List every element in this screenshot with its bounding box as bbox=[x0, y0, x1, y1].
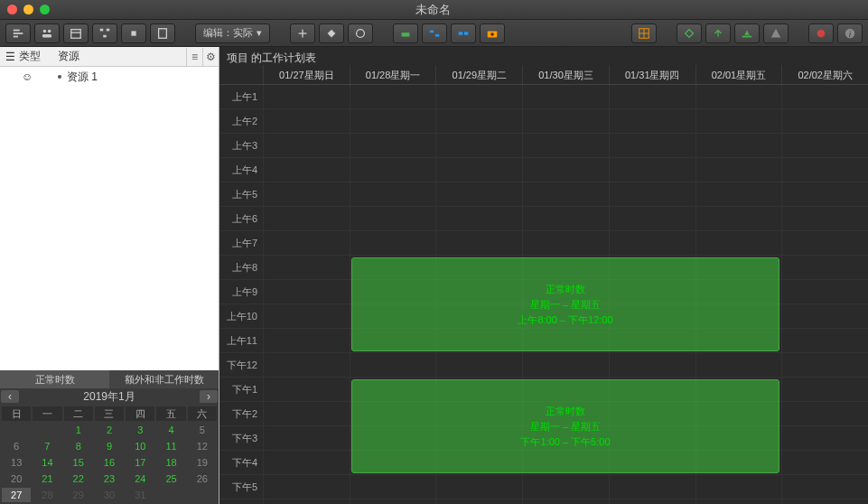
grid-cell[interactable] bbox=[522, 85, 609, 108]
grid-cell[interactable] bbox=[781, 182, 868, 206]
minimize-button[interactable] bbox=[23, 5, 33, 14]
grid-cell[interactable] bbox=[609, 353, 695, 377]
cal-day[interactable]: 23 bbox=[95, 471, 124, 486]
grid-cell[interactable] bbox=[522, 231, 609, 255]
grid-cell[interactable] bbox=[350, 85, 436, 108]
cal-next-button[interactable]: › bbox=[200, 390, 218, 403]
grid-cell[interactable] bbox=[609, 499, 695, 504]
grid-cell[interactable] bbox=[781, 134, 868, 157]
cal-day[interactable]: 28 bbox=[33, 488, 61, 502]
grid-cell[interactable] bbox=[350, 109, 436, 133]
cal-day[interactable]: 9 bbox=[95, 439, 124, 453]
grid-cell[interactable] bbox=[435, 207, 522, 230]
work-block[interactable]: 正常时数星期一 – 星期五下午1:00 – 下午5:00 bbox=[351, 379, 780, 473]
cal-day[interactable]: 3 bbox=[126, 423, 154, 437]
grid-cell[interactable] bbox=[781, 402, 868, 425]
edit-mode-dropdown[interactable]: 编辑：实际 ▾ bbox=[195, 23, 270, 43]
view-calendar-icon[interactable] bbox=[63, 23, 89, 43]
grid-cell[interactable] bbox=[435, 182, 522, 206]
grid-cell[interactable] bbox=[350, 475, 436, 499]
grid-cell[interactable] bbox=[609, 134, 695, 157]
grid-cell[interactable] bbox=[263, 280, 350, 303]
grid-cell[interactable] bbox=[263, 402, 350, 425]
grid-cell[interactable] bbox=[522, 109, 609, 133]
grid-cell[interactable] bbox=[695, 475, 782, 499]
cal-day[interactable] bbox=[188, 488, 217, 502]
grid-cell[interactable] bbox=[263, 426, 350, 450]
action-icon[interactable] bbox=[348, 23, 373, 43]
cal-day[interactable] bbox=[156, 488, 185, 502]
grid-cell[interactable] bbox=[781, 304, 868, 328]
cal-day[interactable]: 5 bbox=[188, 423, 217, 437]
cal-day[interactable]: 1 bbox=[64, 423, 93, 437]
grid-cell[interactable] bbox=[781, 85, 868, 108]
grid-cell[interactable] bbox=[522, 207, 609, 230]
chain-icon[interactable] bbox=[451, 23, 476, 43]
cal-day[interactable]: 18 bbox=[156, 455, 185, 470]
grid-cell[interactable] bbox=[781, 451, 868, 474]
cal-day[interactable]: 13 bbox=[2, 455, 31, 470]
cal-day[interactable]: 22 bbox=[64, 471, 93, 486]
cal-day[interactable]: 8 bbox=[64, 439, 93, 453]
grid-icon[interactable] bbox=[631, 23, 657, 43]
cal-day[interactable]: 4 bbox=[156, 423, 185, 437]
grid-cell[interactable] bbox=[435, 499, 522, 504]
add-task-icon[interactable] bbox=[290, 23, 315, 43]
grid-cell[interactable] bbox=[263, 85, 350, 108]
grid-cell[interactable] bbox=[522, 499, 609, 504]
cal-day[interactable]: 31 bbox=[126, 488, 154, 502]
filter-icon[interactable]: ⚙ bbox=[202, 48, 219, 66]
cal-day[interactable]: 2 bbox=[95, 423, 124, 437]
grid-cell[interactable] bbox=[522, 182, 609, 206]
cal-day[interactable]: 17 bbox=[126, 455, 154, 470]
grid-cell[interactable] bbox=[781, 207, 868, 230]
grid-cell[interactable] bbox=[263, 182, 350, 206]
cal-day[interactable] bbox=[33, 423, 61, 437]
grid-cell[interactable] bbox=[695, 353, 782, 377]
grid-cell[interactable] bbox=[781, 499, 868, 504]
grid-cell[interactable] bbox=[350, 353, 436, 377]
grid-cell[interactable] bbox=[609, 109, 695, 133]
close-button[interactable] bbox=[7, 5, 17, 14]
grid-cell[interactable] bbox=[695, 207, 782, 230]
grid-cell[interactable] bbox=[435, 231, 522, 255]
grid-cell[interactable] bbox=[263, 378, 350, 401]
grid-cell[interactable] bbox=[435, 475, 522, 499]
link-icon[interactable] bbox=[422, 23, 447, 43]
cal-day[interactable]: 15 bbox=[64, 455, 93, 470]
grid-cell[interactable] bbox=[695, 499, 782, 504]
grid-cell[interactable] bbox=[609, 158, 695, 182]
grid-cell[interactable] bbox=[263, 329, 350, 352]
grid-cell[interactable] bbox=[263, 231, 350, 255]
baseline-icon[interactable] bbox=[734, 23, 760, 43]
grid-cell[interactable] bbox=[695, 109, 782, 133]
cal-day[interactable]: 12 bbox=[188, 439, 217, 453]
grid-cell[interactable] bbox=[781, 231, 868, 255]
info-icon[interactable]: i bbox=[837, 23, 863, 43]
work-block[interactable]: 正常时数星期一 – 星期五上午8:00 – 下午12:00 bbox=[351, 257, 780, 351]
grid-cell[interactable] bbox=[781, 109, 868, 133]
grid-cell[interactable] bbox=[350, 158, 436, 182]
cal-day[interactable]: 19 bbox=[188, 455, 217, 470]
cal-day[interactable]: 26 bbox=[188, 471, 217, 486]
grid-cell[interactable] bbox=[263, 451, 350, 474]
grid-cell[interactable] bbox=[695, 134, 782, 157]
grid-cell[interactable] bbox=[522, 475, 609, 499]
grid-cell[interactable] bbox=[263, 207, 350, 230]
view-resources-icon[interactable] bbox=[34, 23, 60, 43]
cal-day[interactable]: 20 bbox=[2, 471, 31, 486]
grid-cell[interactable] bbox=[350, 182, 436, 206]
cal-day[interactable]: 24 bbox=[126, 471, 154, 486]
grid-cell[interactable] bbox=[781, 475, 868, 499]
schedule-grid[interactable]: 上午1上午2上午3上午4上午5上午6上午7上午8上午9上午10上午11下午12下… bbox=[219, 85, 868, 504]
grid-cell[interactable] bbox=[781, 256, 868, 279]
view-network-icon[interactable] bbox=[92, 23, 117, 43]
view-gantt-icon[interactable] bbox=[5, 23, 31, 43]
critical-path-icon[interactable] bbox=[677, 23, 702, 43]
grid-cell[interactable] bbox=[695, 231, 782, 255]
grid-cell[interactable] bbox=[263, 304, 350, 328]
view-styles-icon[interactable] bbox=[121, 23, 146, 43]
grid-cell[interactable] bbox=[263, 256, 350, 279]
cal-day[interactable]: 10 bbox=[126, 439, 154, 453]
cal-day[interactable]: 30 bbox=[95, 488, 124, 502]
